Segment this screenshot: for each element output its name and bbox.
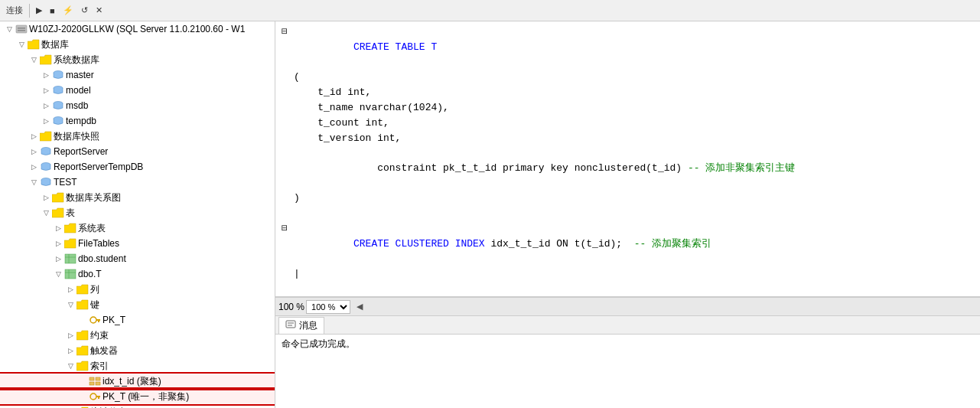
expand-db-snapshot: ▷ — [28, 130, 40, 142]
code-content-11: | — [294, 266, 300, 282]
tree-pk-t-unique[interactable]: PK_T (唯一，非聚集) — [0, 389, 275, 404]
toolbar-close[interactable]: ✕ — [93, 4, 106, 17]
code-content-5: t_count int, — [294, 116, 389, 131]
tree-keys[interactable]: ▽ 键 — [0, 297, 275, 312]
output-area: 100 % 100 % ◀ 消息 — [275, 297, 980, 408]
expand-file-tables: ▷ — [52, 237, 64, 250]
code-editor[interactable]: ⊟ CREATE TABLE T ( t_id int, t_name nvar… — [275, 21, 980, 297]
tree-dbo-t[interactable]: ▽ dbo.T — [0, 266, 275, 282]
databases-folder-icon — [28, 38, 40, 51]
tree-db-snapshot[interactable]: ▷ 数据库快照 — [0, 129, 275, 144]
server-icon — [15, 23, 28, 35]
db-snapshot-icon — [40, 130, 52, 142]
zoom-select[interactable]: 100 % — [306, 300, 350, 314]
tree-msdb[interactable]: ▷ msdb — [0, 98, 275, 113]
svg-rect-19 — [90, 377, 94, 380]
toolbar-parse[interactable]: ⚡ — [60, 4, 77, 17]
expand-master: ▷ — [40, 69, 52, 81]
svg-rect-21 — [96, 377, 100, 380]
reportservertemp-label: ReportServerTempDB — [54, 162, 143, 172]
tree-columns[interactable]: ▷ 列 — [0, 282, 275, 297]
main-area: ▽ W10ZJ-2020GLLKW (SQL Server 11.0.2100.… — [0, 21, 980, 408]
tree-pk-t[interactable]: PK_T — [0, 312, 275, 328]
line-marker-1: ⊟ — [282, 24, 291, 40]
expand-model: ▷ — [40, 84, 52, 96]
tree-db-diagram[interactable]: ▷ 数据库关系图 — [0, 190, 275, 205]
expand-db-diagram: ▷ — [40, 191, 52, 204]
code-content-2: ( — [294, 70, 300, 85]
code-line-11: | — [282, 266, 974, 282]
tree-test[interactable]: ▽ TEST — [0, 175, 275, 190]
expand-pk-t — [77, 314, 89, 326]
tree-tempdb[interactable]: ▷ tempdb — [0, 113, 275, 129]
toolbar-stop[interactable]: ■ — [47, 5, 58, 17]
tree-reportservertemp[interactable]: ▷ ReportServerTempDB — [0, 159, 275, 175]
code-content-3: t_id int, — [294, 85, 371, 100]
code-content-9 — [294, 206, 300, 221]
svg-rect-22 — [96, 382, 100, 385]
system-db-folder-icon — [40, 54, 52, 66]
expand-dbo-student: ▷ — [52, 253, 64, 265]
tree-databases[interactable]: ▽ 数据库 — [0, 37, 275, 52]
server-node[interactable]: ▽ W10ZJ-2020GLLKW (SQL Server 11.0.2100.… — [0, 21, 275, 37]
expand-triggers: ▷ — [64, 344, 77, 357]
columns-icon — [77, 283, 89, 295]
code-line-5: t_count int, — [282, 116, 974, 131]
object-explorer: ▽ W10ZJ-2020GLLKW (SQL Server 11.0.2100.… — [0, 21, 275, 408]
sys-tables-icon — [64, 222, 77, 234]
svg-point-16 — [90, 317, 96, 323]
tree-system-db[interactable]: ▽ 系统数据库 — [0, 52, 275, 67]
sys-tables-label: 系统表 — [78, 222, 106, 235]
svg-rect-26 — [286, 321, 295, 328]
model-icon — [52, 84, 64, 96]
expand-idx-t-t-id — [77, 375, 89, 387]
idx-t-t-id-label: idx_t_id (聚集) — [103, 375, 161, 388]
pk-t-key-icon — [89, 314, 101, 326]
messages-tab-label: 消息 — [299, 319, 317, 332]
zoom-value: 100 % — [278, 302, 304, 312]
dbo-student-label: dbo.student — [78, 253, 126, 264]
tree-reportserver[interactable]: ▷ ReportServer — [0, 144, 275, 159]
tree-file-tables[interactable]: ▷ FileTables — [0, 236, 275, 251]
expand-reportservertemp: ▷ — [28, 161, 40, 173]
keys-label: 键 — [90, 299, 99, 312]
tree-indexes[interactable]: ▽ 索引 — [0, 358, 275, 374]
toolbar-execute[interactable]: ▶ — [33, 4, 45, 17]
toolbar-separator-1 — [29, 4, 30, 18]
expand-dbo-t: ▽ — [52, 268, 64, 280]
svg-point-23 — [90, 393, 96, 400]
code-content-1: CREATE TABLE T — [294, 24, 437, 70]
svg-rect-10 — [65, 254, 76, 263]
messages-tab-icon — [285, 320, 296, 331]
triggers-label: 触发器 — [90, 344, 118, 357]
tree-triggers[interactable]: ▷ 触发器 — [0, 343, 275, 358]
db-diagram-label: 数据库关系图 — [66, 191, 121, 204]
expand-tempdb: ▷ — [40, 115, 52, 127]
tree-master[interactable]: ▷ master — [0, 67, 275, 83]
expand-tables: ▽ — [40, 207, 52, 219]
toolbar-connect[interactable]: 连接 — [3, 3, 26, 18]
db-snapshot-label: 数据库快照 — [54, 130, 99, 143]
toolbar-refresh[interactable]: ↺ — [78, 4, 91, 17]
tree-tables[interactable]: ▽ 表 — [0, 205, 275, 220]
tree-sys-tables[interactable]: ▷ 系统表 — [0, 220, 275, 236]
tree-constraints[interactable]: ▷ 约束 — [0, 328, 275, 343]
code-line-9 — [282, 206, 974, 221]
tree-idx-t-t-id[interactable]: idx_t_id (聚集) — [0, 374, 275, 389]
reportservertemp-icon — [40, 161, 52, 173]
expand-pk-t-unique — [77, 390, 89, 403]
tree-model[interactable]: ▷ model — [0, 83, 275, 98]
keys-icon — [77, 299, 89, 311]
messages-tab[interactable]: 消息 — [278, 317, 324, 334]
tempdb-label: tempdb — [66, 116, 96, 126]
code-content-7: constraint pk_t_t_id primary key nonclus… — [294, 146, 795, 191]
test-icon — [40, 176, 52, 188]
tables-label: 表 — [66, 207, 75, 220]
tree-statistics[interactable]: ▷ 统计信息 — [0, 404, 275, 408]
svg-rect-24 — [96, 396, 100, 397]
dbo-t-label: dbo.T — [78, 269, 102, 279]
expand-system-db: ▽ — [28, 54, 40, 66]
expand-test: ▽ — [28, 176, 40, 188]
zoom-control: 100 % 100 % — [278, 300, 350, 314]
tree-dbo-student[interactable]: ▷ dbo.student — [0, 251, 275, 266]
